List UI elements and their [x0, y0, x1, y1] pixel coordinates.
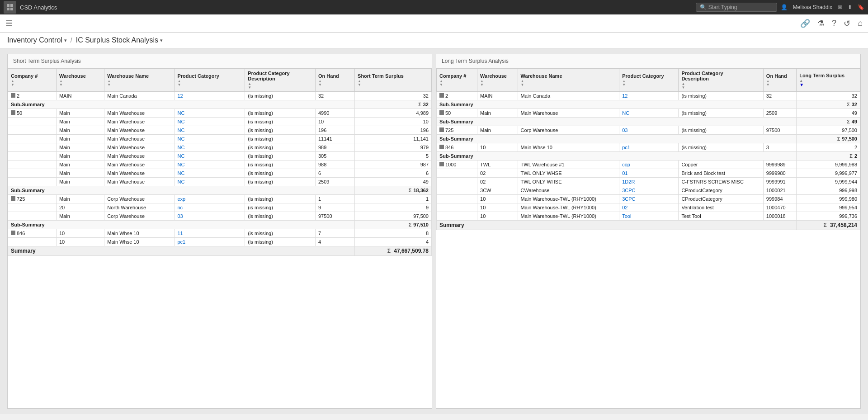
left-table-body: 2MAINMain Canada12(is missing)3232Sub-Su…: [8, 92, 432, 246]
product-category-link[interactable]: pc1: [622, 145, 630, 150]
link-icon[interactable]: 🔗: [800, 19, 810, 28]
product-category-link[interactable]: NC: [177, 136, 184, 142]
cell-product-category[interactable]: NC: [175, 135, 245, 143]
cell-warehouse-name: Main Warehouse: [104, 169, 175, 178]
col-warehouse[interactable]: Warehouse ▲▼: [56, 69, 104, 92]
cell-pc-desc: (is missing): [679, 126, 763, 135]
cell-product-category[interactable]: NC: [175, 118, 245, 126]
product-category-link[interactable]: NC: [177, 110, 184, 116]
cell-warehouse-name: Main Warehouse: [104, 160, 175, 169]
col-warehouse-name[interactable]: Warehouse Name ▲▼: [104, 69, 175, 92]
product-category-link[interactable]: 01: [622, 170, 627, 176]
cell-product-category[interactable]: Tool: [619, 212, 679, 221]
col-warehouse-name-r[interactable]: Warehouse Name ▲▼: [518, 69, 619, 92]
cell-product-category[interactable]: 1D2R: [619, 178, 679, 186]
product-category-link[interactable]: 03: [177, 213, 183, 219]
product-category-link[interactable]: NC: [177, 153, 184, 159]
product-category-link[interactable]: cop: [622, 162, 630, 167]
col-short-term-surplus[interactable]: Short Term Surplus ▲▼: [355, 69, 432, 92]
left-table-wrapper[interactable]: Company # ▲▼ Warehouse ▲▼ Warehouse Name…: [8, 68, 432, 256]
product-category-link[interactable]: NC: [177, 127, 184, 133]
breadcrumb-parent-dropdown[interactable]: ▾: [64, 38, 67, 43]
cell-product-category[interactable]: nc: [175, 203, 245, 212]
table-row: Sub-SummaryΣ49: [437, 118, 860, 126]
col-pc-desc-r[interactable]: Product Category Description ▲▼: [679, 69, 763, 92]
col-company-r[interactable]: Company # ▲▼: [437, 69, 477, 92]
product-category-link[interactable]: 12: [177, 93, 183, 99]
col-on-hand-r[interactable]: On Hand ▲▼: [763, 69, 796, 92]
product-category-link[interactable]: 03: [622, 127, 627, 133]
product-category-link[interactable]: 1D2R: [622, 179, 635, 184]
cell-product-category[interactable]: 03: [619, 126, 679, 135]
table-row: Sub-SummaryΣ97,500: [437, 135, 860, 143]
product-category-link[interactable]: NC: [177, 162, 184, 167]
product-category-link[interactable]: nc: [177, 205, 183, 210]
col-pc-desc[interactable]: Product Category Description ▲▼: [245, 69, 316, 92]
cell-warehouse: Main: [56, 212, 104, 221]
home-icon[interactable]: ⌂: [858, 19, 863, 28]
product-category-link[interactable]: 3CPC: [622, 196, 635, 202]
product-category-link[interactable]: Tool: [622, 213, 631, 219]
col-long-term-surplus[interactable]: Long Term Surplus ▲ ▼: [797, 69, 860, 92]
product-category-link[interactable]: 02: [622, 205, 627, 210]
hamburger-menu[interactable]: ☰: [5, 19, 13, 28]
cell-product-category[interactable]: 01: [619, 169, 679, 178]
cell-product-category[interactable]: NC: [175, 143, 245, 152]
cell-warehouse: Main: [477, 109, 518, 118]
product-category-link[interactable]: NC: [177, 179, 184, 184]
col-warehouse-r[interactable]: Warehouse ▲▼: [477, 69, 518, 92]
col-company[interactable]: Company # ▲▼: [8, 69, 57, 92]
refresh-icon[interactable]: ↺: [844, 19, 850, 28]
cell-product-category[interactable]: cop: [619, 160, 679, 169]
breadcrumb-separator: /: [71, 37, 72, 44]
cell-product-category[interactable]: 3CPC: [619, 195, 679, 203]
product-category-link[interactable]: NC: [177, 119, 184, 124]
col-on-hand[interactable]: On Hand ▲▼: [316, 69, 355, 92]
col-product-category-r[interactable]: Product Category ▲▼: [619, 69, 679, 92]
cell-on-hand: 6: [316, 169, 355, 178]
cell-product-category[interactable]: NC: [175, 169, 245, 178]
cell-product-category[interactable]: NC: [175, 109, 245, 118]
right-table: Company # ▲▼ Warehouse ▲▼ Warehouse Name…: [436, 68, 860, 230]
cell-product-category[interactable]: 03: [175, 212, 245, 221]
product-category-link[interactable]: 11: [177, 231, 183, 236]
cell-product-category[interactable]: exp: [175, 195, 245, 203]
cell-warehouse: Main: [56, 109, 104, 118]
mail-icon[interactable]: ✉: [838, 4, 842, 10]
breadcrumb-current-dropdown[interactable]: ▾: [160, 38, 163, 43]
product-category-link[interactable]: NC: [177, 145, 184, 150]
product-category-link[interactable]: 3CPC: [622, 188, 635, 193]
cell-long-term-surplus: 2: [797, 143, 860, 152]
bookmark-icon[interactable]: 🔖: [858, 4, 864, 10]
product-category-link[interactable]: exp: [177, 196, 185, 202]
product-category-link[interactable]: NC: [622, 110, 629, 116]
search-bar[interactable]: 🔍 Start Typing: [696, 3, 777, 12]
cell-on-hand: 11141: [316, 135, 355, 143]
cell-long-term-surplus: 999,736: [797, 212, 860, 221]
share-icon[interactable]: ⬆: [848, 4, 852, 10]
col-product-category[interactable]: Product Category ▲▼: [175, 69, 245, 92]
filter-icon[interactable]: ⚗: [817, 19, 825, 28]
cell-product-category[interactable]: NC: [175, 152, 245, 160]
breadcrumb-parent[interactable]: Inventory Control ▾: [7, 36, 67, 44]
product-category-link[interactable]: pc1: [177, 239, 185, 245]
cell-product-category[interactable]: NC: [619, 109, 679, 118]
cell-product-category[interactable]: 3CPC: [619, 186, 679, 195]
cell-product-category[interactable]: NC: [175, 178, 245, 186]
cell-product-category[interactable]: 12: [175, 92, 245, 100]
cell-product-category[interactable]: NC: [175, 160, 245, 169]
cell-product-category[interactable]: 11: [175, 229, 245, 238]
cell-product-category[interactable]: pc1: [175, 238, 245, 246]
product-category-link[interactable]: 12: [622, 93, 627, 99]
cell-product-category[interactable]: 02: [619, 203, 679, 212]
cell-short-term-surplus: 8: [355, 229, 432, 238]
cell-warehouse-name: TWL ONLY WHSE: [518, 169, 619, 178]
cell-product-category[interactable]: pc1: [619, 143, 679, 152]
help-icon[interactable]: ?: [832, 19, 836, 28]
cell-product-category[interactable]: 12: [619, 92, 679, 100]
cell-company: [437, 195, 477, 203]
cell-product-category[interactable]: NC: [175, 126, 245, 135]
breadcrumb-current[interactable]: IC Surplus Stock Analysis ▾: [76, 36, 163, 44]
product-category-link[interactable]: NC: [177, 170, 184, 176]
right-table-wrapper[interactable]: Company # ▲▼ Warehouse ▲▼ Warehouse Name…: [436, 68, 860, 230]
